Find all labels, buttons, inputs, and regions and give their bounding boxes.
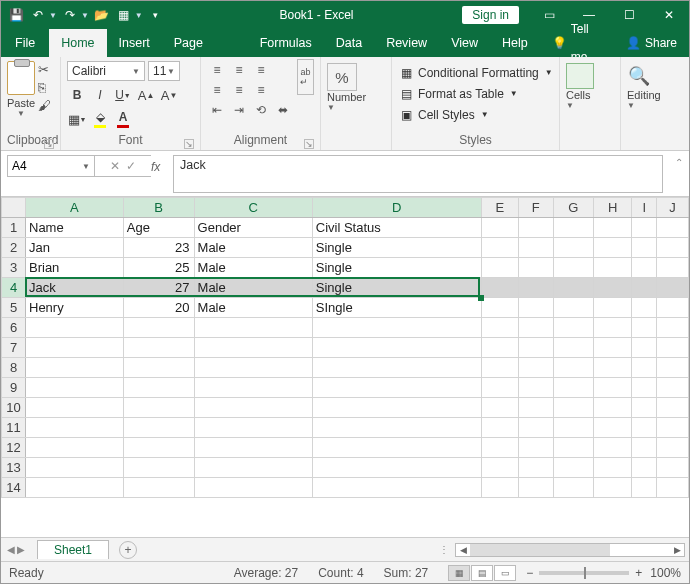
row-header[interactable]: 9: [2, 378, 26, 398]
row-header[interactable]: 12: [2, 438, 26, 458]
cell[interactable]: [481, 338, 518, 358]
increase-font-icon[interactable]: A▲: [136, 85, 156, 105]
cell[interactable]: [518, 318, 553, 338]
cell[interactable]: [26, 318, 124, 338]
sheet-nav[interactable]: ◀▶: [1, 544, 31, 555]
cell[interactable]: [123, 358, 194, 378]
cell[interactable]: [481, 318, 518, 338]
qat-customize-icon[interactable]: ▾: [147, 6, 165, 24]
cell[interactable]: [632, 398, 657, 418]
undo-icon[interactable]: ↶: [29, 6, 47, 24]
close-icon[interactable]: ✕: [649, 1, 689, 29]
cell[interactable]: 23: [123, 238, 194, 258]
cell[interactable]: [518, 218, 553, 238]
cell[interactable]: [312, 378, 481, 398]
tab-formulas[interactable]: Formulas: [248, 29, 324, 57]
cell[interactable]: [657, 238, 689, 258]
cell[interactable]: [593, 398, 631, 418]
cell[interactable]: [632, 358, 657, 378]
expand-formula-bar-icon[interactable]: ⌃: [669, 151, 689, 196]
cell[interactable]: [481, 298, 518, 318]
cell[interactable]: [518, 418, 553, 438]
save-icon[interactable]: 💾: [7, 6, 25, 24]
row-header[interactable]: 10: [2, 398, 26, 418]
cell[interactable]: [632, 458, 657, 478]
column-header[interactable]: D: [312, 198, 481, 218]
cell[interactable]: [553, 358, 593, 378]
cell[interactable]: [123, 318, 194, 338]
cell[interactable]: [312, 438, 481, 458]
tab-file[interactable]: File: [1, 29, 49, 57]
cell[interactable]: [632, 278, 657, 298]
cell[interactable]: [657, 458, 689, 478]
cell[interactable]: [632, 338, 657, 358]
share-button[interactable]: 👤Share: [614, 29, 689, 57]
cell[interactable]: [518, 238, 553, 258]
cell[interactable]: [312, 318, 481, 338]
cell[interactable]: [553, 378, 593, 398]
cell[interactable]: Civil Status: [312, 218, 481, 238]
cell[interactable]: [553, 238, 593, 258]
cell[interactable]: Jan: [26, 238, 124, 258]
cell[interactable]: [593, 478, 631, 498]
column-header[interactable]: I: [632, 198, 657, 218]
cell[interactable]: [553, 398, 593, 418]
font-name-combo[interactable]: Calibri▼: [67, 61, 145, 81]
table-tool-icon[interactable]: ▦: [115, 6, 133, 24]
paste-button[interactable]: Paste ▼: [7, 59, 35, 118]
align-center-icon[interactable]: ≡: [229, 81, 249, 99]
cell[interactable]: Gender: [194, 218, 312, 238]
cell[interactable]: [553, 418, 593, 438]
column-header[interactable]: C: [194, 198, 312, 218]
cell[interactable]: [123, 478, 194, 498]
font-size-combo[interactable]: 11▼: [148, 61, 180, 81]
cell[interactable]: [123, 398, 194, 418]
cell[interactable]: [657, 338, 689, 358]
cell[interactable]: [632, 438, 657, 458]
decrease-font-icon[interactable]: A▼: [159, 85, 179, 105]
align-bottom-icon[interactable]: ≡: [251, 61, 271, 79]
cell[interactable]: [593, 338, 631, 358]
view-normal-icon[interactable]: ▦: [448, 565, 470, 581]
tab-home[interactable]: Home: [49, 29, 106, 57]
tab-review[interactable]: Review: [374, 29, 439, 57]
decrease-indent-icon[interactable]: ⇤: [207, 101, 227, 119]
row-header[interactable]: 14: [2, 478, 26, 498]
orientation-icon[interactable]: ⟲: [251, 101, 271, 119]
cell[interactable]: [593, 378, 631, 398]
name-box[interactable]: A4▼: [7, 155, 95, 177]
cell[interactable]: [657, 218, 689, 238]
zoom-out-button[interactable]: −: [526, 566, 533, 580]
cell[interactable]: [553, 438, 593, 458]
cell[interactable]: [123, 378, 194, 398]
borders-button[interactable]: ▦▼: [67, 109, 87, 129]
cell[interactable]: Single: [312, 278, 481, 298]
cell[interactable]: [518, 378, 553, 398]
tab-insert[interactable]: Insert: [107, 29, 162, 57]
cell[interactable]: [26, 378, 124, 398]
cell[interactable]: [481, 278, 518, 298]
cell[interactable]: [593, 278, 631, 298]
cell[interactable]: [481, 398, 518, 418]
cell[interactable]: [593, 298, 631, 318]
cell[interactable]: [194, 458, 312, 478]
column-header[interactable]: H: [593, 198, 631, 218]
cell[interactable]: [194, 378, 312, 398]
column-header[interactable]: G: [553, 198, 593, 218]
cell[interactable]: [26, 398, 124, 418]
dialog-launcher-icon[interactable]: ↘: [44, 139, 54, 149]
cell[interactable]: Male: [194, 258, 312, 278]
zoom-in-button[interactable]: +: [635, 566, 642, 580]
cell[interactable]: [26, 458, 124, 478]
dialog-launcher-icon[interactable]: ↘: [304, 139, 314, 149]
horizontal-scrollbar[interactable]: ◀▶: [455, 543, 685, 557]
cell[interactable]: Name: [26, 218, 124, 238]
cell[interactable]: [312, 418, 481, 438]
cell[interactable]: Age: [123, 218, 194, 238]
cell[interactable]: [632, 478, 657, 498]
open-icon[interactable]: 📂: [93, 6, 111, 24]
cell[interactable]: [593, 438, 631, 458]
cell[interactable]: [26, 338, 124, 358]
cell[interactable]: [593, 458, 631, 478]
cell[interactable]: 27: [123, 278, 194, 298]
